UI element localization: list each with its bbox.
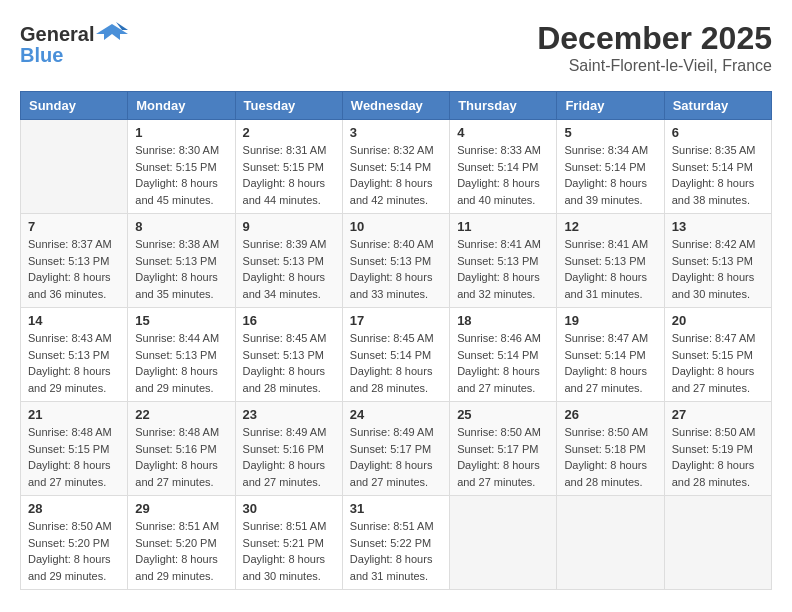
day-info-line: and 31 minutes. — [564, 288, 642, 300]
day-number: 30 — [243, 501, 335, 516]
header-thursday: Thursday — [450, 92, 557, 120]
day-info-line: Daylight: 8 hours — [672, 365, 755, 377]
day-info-line: Sunset: 5:15 PM — [243, 161, 324, 173]
day-info-line: Daylight: 8 hours — [28, 553, 111, 565]
calendar-cell-0-1: 1Sunrise: 8:30 AMSunset: 5:15 PMDaylight… — [128, 120, 235, 214]
header-friday: Friday — [557, 92, 664, 120]
calendar-cell-2-0: 14Sunrise: 8:43 AMSunset: 5:13 PMDayligh… — [21, 308, 128, 402]
calendar-cell-0-0 — [21, 120, 128, 214]
week-row-2: 7Sunrise: 8:37 AMSunset: 5:13 PMDaylight… — [21, 214, 772, 308]
calendar-cell-1-1: 8Sunrise: 8:38 AMSunset: 5:13 PMDaylight… — [128, 214, 235, 308]
day-info-line: Daylight: 8 hours — [457, 459, 540, 471]
day-info-line: Sunrise: 8:48 AM — [28, 426, 112, 438]
day-info-line: Sunrise: 8:50 AM — [564, 426, 648, 438]
day-info-line: and 29 minutes. — [28, 382, 106, 394]
day-info-line: and 28 minutes. — [672, 476, 750, 488]
day-info-line: Sunset: 5:14 PM — [564, 161, 645, 173]
day-info-line: Sunset: 5:14 PM — [350, 161, 431, 173]
day-info-line: and 27 minutes. — [672, 382, 750, 394]
day-info: Sunrise: 8:50 AMSunset: 5:19 PMDaylight:… — [672, 424, 764, 490]
week-row-4: 21Sunrise: 8:48 AMSunset: 5:15 PMDayligh… — [21, 402, 772, 496]
day-info-line: Daylight: 8 hours — [350, 365, 433, 377]
day-info-line: and 27 minutes. — [350, 476, 428, 488]
day-info-line: Sunrise: 8:45 AM — [350, 332, 434, 344]
svg-marker-0 — [96, 24, 128, 40]
day-info: Sunrise: 8:40 AMSunset: 5:13 PMDaylight:… — [350, 236, 442, 302]
day-info-line: Sunset: 5:19 PM — [672, 443, 753, 455]
day-info-line: Sunset: 5:15 PM — [672, 349, 753, 361]
day-info: Sunrise: 8:48 AMSunset: 5:16 PMDaylight:… — [135, 424, 227, 490]
header-tuesday: Tuesday — [235, 92, 342, 120]
day-info: Sunrise: 8:38 AMSunset: 5:13 PMDaylight:… — [135, 236, 227, 302]
day-info: Sunrise: 8:34 AMSunset: 5:14 PMDaylight:… — [564, 142, 656, 208]
day-info-line: Sunrise: 8:39 AM — [243, 238, 327, 250]
calendar-cell-4-2: 30Sunrise: 8:51 AMSunset: 5:21 PMDayligh… — [235, 496, 342, 590]
day-number: 24 — [350, 407, 442, 422]
day-info: Sunrise: 8:45 AMSunset: 5:14 PMDaylight:… — [350, 330, 442, 396]
calendar-cell-1-5: 12Sunrise: 8:41 AMSunset: 5:13 PMDayligh… — [557, 214, 664, 308]
day-info-line: Sunrise: 8:38 AM — [135, 238, 219, 250]
day-info-line: Sunrise: 8:41 AM — [564, 238, 648, 250]
day-info: Sunrise: 8:30 AMSunset: 5:15 PMDaylight:… — [135, 142, 227, 208]
day-info-line: and 38 minutes. — [672, 194, 750, 206]
calendar-cell-3-2: 23Sunrise: 8:49 AMSunset: 5:16 PMDayligh… — [235, 402, 342, 496]
calendar-cell-1-0: 7Sunrise: 8:37 AMSunset: 5:13 PMDaylight… — [21, 214, 128, 308]
day-info-line: Daylight: 8 hours — [243, 553, 326, 565]
day-info: Sunrise: 8:50 AMSunset: 5:18 PMDaylight:… — [564, 424, 656, 490]
day-info-line: and 44 minutes. — [243, 194, 321, 206]
day-info-line: Daylight: 8 hours — [672, 459, 755, 471]
day-info-line: Sunrise: 8:46 AM — [457, 332, 541, 344]
week-row-3: 14Sunrise: 8:43 AMSunset: 5:13 PMDayligh… — [21, 308, 772, 402]
day-info-line: Sunrise: 8:44 AM — [135, 332, 219, 344]
day-number: 25 — [457, 407, 549, 422]
day-number: 23 — [243, 407, 335, 422]
day-info-line: Daylight: 8 hours — [243, 271, 326, 283]
day-info-line: Sunset: 5:14 PM — [350, 349, 431, 361]
day-number: 19 — [564, 313, 656, 328]
day-info-line: Daylight: 8 hours — [28, 365, 111, 377]
day-info-line: Daylight: 8 hours — [564, 271, 647, 283]
day-info-line: Sunset: 5:18 PM — [564, 443, 645, 455]
day-info-line: Sunset: 5:14 PM — [672, 161, 753, 173]
logo-blue-text: Blue — [20, 44, 63, 67]
day-info: Sunrise: 8:44 AMSunset: 5:13 PMDaylight:… — [135, 330, 227, 396]
day-number: 12 — [564, 219, 656, 234]
day-info-line: Daylight: 8 hours — [350, 271, 433, 283]
day-info-line: and 36 minutes. — [28, 288, 106, 300]
title-block: December 2025 Saint-Florent-le-Vieil, Fr… — [537, 20, 772, 75]
day-info: Sunrise: 8:42 AMSunset: 5:13 PMDaylight:… — [672, 236, 764, 302]
day-info-line: Sunrise: 8:50 AM — [457, 426, 541, 438]
day-number: 28 — [28, 501, 120, 516]
logo-bird-icon — [96, 20, 128, 48]
day-info-line: Daylight: 8 hours — [350, 177, 433, 189]
day-info-line: Daylight: 8 hours — [457, 271, 540, 283]
calendar-cell-1-3: 10Sunrise: 8:40 AMSunset: 5:13 PMDayligh… — [342, 214, 449, 308]
day-info: Sunrise: 8:50 AMSunset: 5:17 PMDaylight:… — [457, 424, 549, 490]
header-sunday: Sunday — [21, 92, 128, 120]
day-info-line: Daylight: 8 hours — [564, 177, 647, 189]
day-info-line: Sunset: 5:17 PM — [350, 443, 431, 455]
calendar-cell-2-6: 20Sunrise: 8:47 AMSunset: 5:15 PMDayligh… — [664, 308, 771, 402]
day-info-line: Sunset: 5:15 PM — [28, 443, 109, 455]
day-info-line: Daylight: 8 hours — [350, 459, 433, 471]
day-info: Sunrise: 8:49 AMSunset: 5:16 PMDaylight:… — [243, 424, 335, 490]
calendar-cell-1-6: 13Sunrise: 8:42 AMSunset: 5:13 PMDayligh… — [664, 214, 771, 308]
day-info-line: Sunset: 5:20 PM — [28, 537, 109, 549]
calendar-cell-3-3: 24Sunrise: 8:49 AMSunset: 5:17 PMDayligh… — [342, 402, 449, 496]
day-info: Sunrise: 8:33 AMSunset: 5:14 PMDaylight:… — [457, 142, 549, 208]
calendar-cell-2-4: 18Sunrise: 8:46 AMSunset: 5:14 PMDayligh… — [450, 308, 557, 402]
day-info-line: Daylight: 8 hours — [28, 271, 111, 283]
day-info-line: and 29 minutes. — [28, 570, 106, 582]
days-of-week-row: SundayMondayTuesdayWednesdayThursdayFrid… — [21, 92, 772, 120]
calendar-cell-1-2: 9Sunrise: 8:39 AMSunset: 5:13 PMDaylight… — [235, 214, 342, 308]
day-info-line: Daylight: 8 hours — [457, 365, 540, 377]
day-number: 3 — [350, 125, 442, 140]
calendar-cell-3-1: 22Sunrise: 8:48 AMSunset: 5:16 PMDayligh… — [128, 402, 235, 496]
day-info-line: Sunset: 5:13 PM — [457, 255, 538, 267]
day-number: 15 — [135, 313, 227, 328]
day-info-line: Sunrise: 8:43 AM — [28, 332, 112, 344]
day-info-line: Sunset: 5:13 PM — [564, 255, 645, 267]
day-info-line: Sunset: 5:13 PM — [243, 349, 324, 361]
day-info-line: Sunset: 5:20 PM — [135, 537, 216, 549]
calendar-cell-1-4: 11Sunrise: 8:41 AMSunset: 5:13 PMDayligh… — [450, 214, 557, 308]
